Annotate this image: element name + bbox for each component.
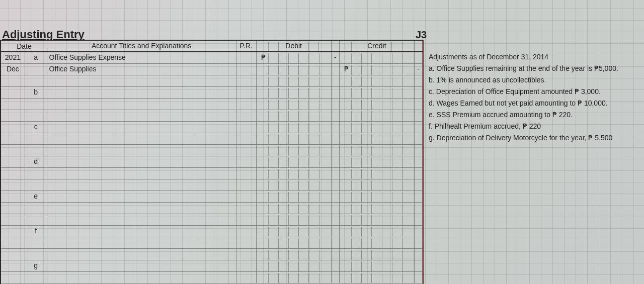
table-cell[interactable] — [25, 249, 47, 260]
table-cell[interactable] — [1, 87, 25, 98]
table-cell[interactable] — [236, 203, 257, 214]
table-cell[interactable] — [1, 99, 25, 110]
table-cell[interactable] — [236, 75, 257, 86]
table-cell[interactable] — [236, 110, 257, 121]
table-cell[interactable] — [415, 226, 423, 237]
table-cell[interactable] — [415, 87, 423, 98]
table-cell[interactable] — [332, 179, 340, 191]
table-row[interactable]: d — [1, 156, 423, 168]
table-cell[interactable] — [47, 260, 236, 271]
table-cell[interactable]: a — [25, 52, 47, 63]
amount-cell[interactable] — [340, 249, 415, 260]
table-cell[interactable] — [1, 133, 25, 144]
table-cell[interactable] — [332, 99, 340, 110]
table-cell[interactable] — [415, 260, 423, 271]
table-cell[interactable] — [1, 145, 25, 156]
table-cell[interactable] — [1, 156, 25, 167]
table-row[interactable] — [1, 272, 423, 283]
amount-cell[interactable] — [340, 75, 415, 86]
amount-cell[interactable] — [257, 272, 332, 283]
table-cell[interactable] — [47, 75, 236, 86]
table-cell[interactable] — [236, 260, 257, 271]
table-cell[interactable] — [1, 75, 25, 86]
table-cell[interactable] — [415, 191, 423, 202]
amount-cell[interactable]: ₱ — [257, 52, 332, 63]
amount-cell[interactable] — [340, 87, 415, 98]
table-row[interactable] — [1, 110, 423, 122]
amount-cell[interactable] — [340, 145, 415, 156]
table-cell[interactable]: Dec — [1, 64, 25, 75]
table-cell[interactable] — [1, 214, 25, 225]
table-cell[interactable] — [25, 99, 47, 110]
table-cell[interactable] — [415, 122, 423, 133]
amount-cell[interactable] — [257, 99, 332, 110]
amount-cell[interactable] — [257, 260, 332, 271]
table-cell[interactable] — [236, 133, 257, 144]
table-cell[interactable] — [332, 156, 340, 167]
table-cell[interactable] — [236, 249, 257, 260]
table-cell[interactable] — [332, 260, 340, 271]
table-cell[interactable]: - — [415, 64, 423, 75]
table-cell[interactable]: - — [332, 52, 340, 63]
table-cell[interactable] — [415, 52, 423, 63]
table-cell[interactable] — [332, 145, 340, 156]
table-cell[interactable] — [47, 272, 236, 283]
table-cell[interactable] — [236, 122, 257, 133]
amount-cell[interactable] — [257, 191, 332, 202]
table-row[interactable] — [1, 179, 423, 191]
table-row[interactable]: e — [1, 191, 423, 203]
table-cell[interactable] — [415, 110, 423, 121]
table-cell[interactable] — [415, 203, 423, 214]
table-cell[interactable] — [1, 122, 25, 133]
amount-cell[interactable] — [340, 191, 415, 202]
amount-cell[interactable] — [257, 87, 332, 98]
amount-cell[interactable] — [340, 156, 415, 167]
table-cell[interactable] — [25, 214, 47, 225]
table-cell[interactable]: b — [25, 87, 47, 98]
table-cell[interactable] — [332, 272, 340, 283]
table-cell[interactable] — [47, 87, 236, 98]
table-cell[interactable]: e — [25, 191, 47, 202]
table-cell[interactable] — [332, 110, 340, 121]
table-cell[interactable] — [47, 226, 236, 237]
table-cell[interactable] — [47, 156, 236, 167]
table-cell[interactable] — [1, 226, 25, 237]
table-cell[interactable] — [47, 237, 236, 248]
table-cell[interactable] — [236, 272, 257, 283]
table-row[interactable]: g — [1, 260, 423, 272]
amount-cell[interactable] — [257, 237, 332, 248]
table-cell[interactable] — [332, 203, 340, 214]
amount-cell[interactable] — [257, 249, 332, 260]
table-row[interactable] — [1, 145, 423, 156]
table-cell[interactable] — [332, 75, 340, 86]
amount-cell[interactable] — [340, 168, 415, 179]
table-cell[interactable] — [415, 237, 423, 248]
amount-cell[interactable] — [257, 75, 332, 86]
amount-cell[interactable] — [257, 203, 332, 214]
table-cell[interactable] — [47, 179, 236, 191]
table-row[interactable] — [1, 99, 423, 110]
amount-cell[interactable] — [340, 133, 415, 144]
table-cell[interactable]: f — [25, 226, 47, 237]
table-cell[interactable] — [415, 214, 423, 225]
table-cell[interactable] — [25, 272, 47, 283]
table-cell[interactable] — [236, 52, 257, 63]
table-row[interactable]: b — [1, 87, 423, 99]
table-cell[interactable] — [47, 122, 236, 133]
amount-cell[interactable] — [257, 156, 332, 167]
amount-cell[interactable] — [257, 122, 332, 133]
table-row[interactable]: f — [1, 226, 423, 237]
table-row[interactable]: DecOffice Supplies₱- — [1, 64, 423, 75]
amount-cell[interactable] — [257, 110, 332, 121]
table-cell[interactable] — [236, 87, 257, 98]
table-cell[interactable] — [415, 249, 423, 260]
table-cell[interactable] — [1, 168, 25, 179]
table-cell[interactable] — [332, 249, 340, 260]
amount-cell[interactable] — [340, 52, 415, 63]
table-cell[interactable]: d — [25, 156, 47, 167]
table-cell[interactable] — [415, 168, 423, 179]
table-cell[interactable] — [332, 64, 340, 75]
table-cell[interactable] — [1, 272, 25, 283]
table-row[interactable] — [1, 168, 423, 179]
table-cell[interactable] — [47, 203, 236, 214]
